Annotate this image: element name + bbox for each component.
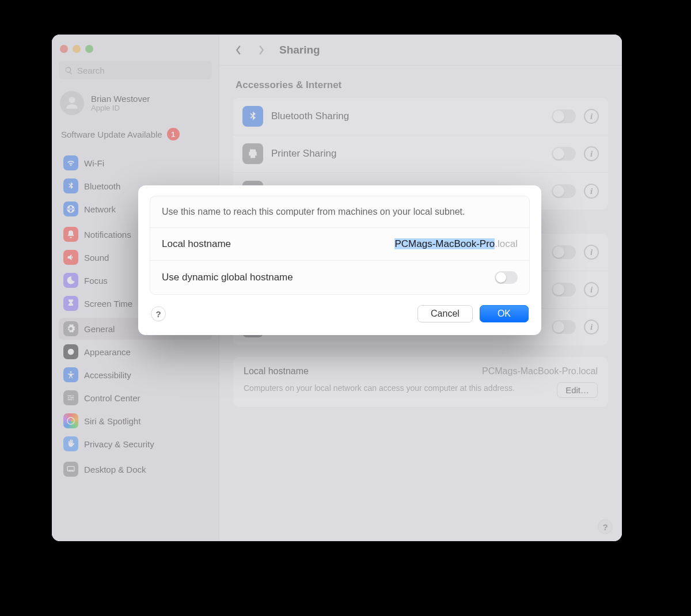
help-button[interactable]: ?	[151, 306, 166, 321]
cancel-button[interactable]: Cancel	[417, 305, 473, 322]
dialog-description: Use this name to reach this computer fro…	[162, 207, 518, 217]
edit-hostname-dialog: Use this name to reach this computer fro…	[138, 185, 541, 335]
hostname-input[interactable]: PCMags-MacBook-Pro.local	[394, 238, 518, 250]
hostname-editable: PCMags-MacBook-Pro	[394, 238, 495, 249]
hostname-field-label: Local hostname	[162, 238, 231, 250]
hostname-suffix: .local	[495, 238, 518, 249]
dynamic-hostname-label: Use dynamic global hostname	[162, 272, 293, 283]
ok-button[interactable]: OK	[480, 305, 529, 322]
dynamic-hostname-toggle[interactable]	[495, 271, 518, 284]
